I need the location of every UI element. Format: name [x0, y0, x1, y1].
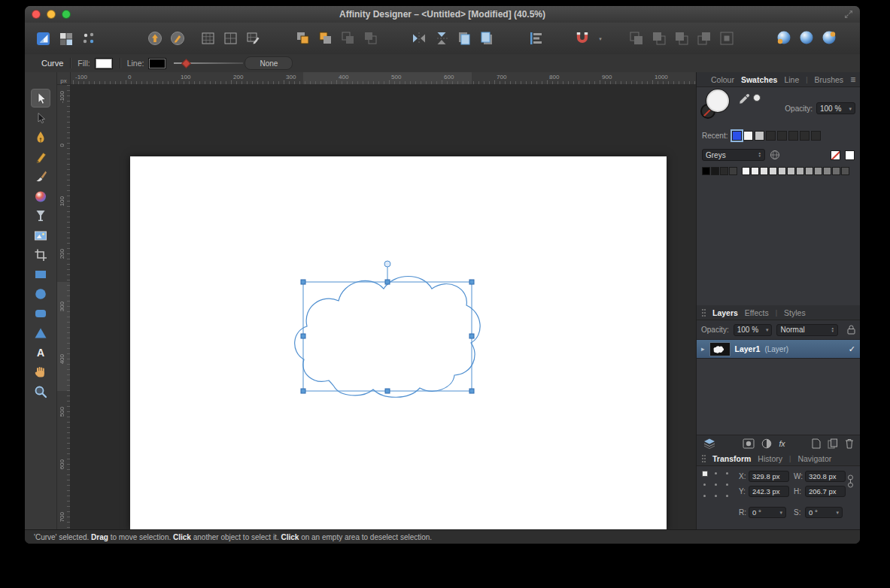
line-swatch[interactable]	[148, 58, 166, 69]
grey-swatch[interactable]	[805, 167, 813, 175]
adjustment-layer-icon[interactable]	[761, 438, 772, 449]
transparency-tool-button[interactable]	[31, 206, 50, 225]
tab-history[interactable]: History	[758, 454, 782, 463]
recent-swatch[interactable]	[732, 131, 742, 141]
insert-behind-button[interactable]	[316, 29, 336, 48]
move-to-front-button[interactable]	[627, 29, 646, 48]
selection-handles[interactable]	[301, 280, 474, 393]
flip-horizontal-button[interactable]	[409, 29, 429, 48]
layers-opacity-select[interactable]: 100 % ▾	[734, 324, 773, 336]
snapping-button[interactable]	[573, 29, 592, 48]
pencil-badge-button[interactable]	[168, 29, 187, 48]
close-window-button[interactable]	[32, 10, 41, 19]
recent-swatch[interactable]	[766, 131, 776, 141]
recent-swatch[interactable]	[777, 131, 787, 141]
recent-swatch[interactable]	[788, 131, 798, 141]
order-back-button[interactable]	[477, 29, 497, 48]
grey-swatch[interactable]	[832, 167, 840, 175]
move-tool-button[interactable]	[31, 89, 50, 108]
grey-swatch[interactable]	[796, 167, 804, 175]
grey-swatch[interactable]	[711, 167, 719, 175]
transform-x-input[interactable]: 329.8 px	[749, 471, 789, 482]
flip-vertical-button[interactable]	[432, 29, 451, 48]
pen-tool-button[interactable]	[31, 128, 50, 147]
order-front-button[interactable]	[454, 29, 474, 48]
insert-on-top-button[interactable]	[361, 29, 381, 48]
layers-stack-icon[interactable]	[703, 438, 716, 450]
rotation-handle[interactable]	[384, 261, 390, 267]
insert-inside-button[interactable]	[339, 29, 358, 48]
layer-effects-fx-icon[interactable]: fx	[779, 439, 785, 448]
tab-navigator[interactable]: Navigator	[797, 454, 831, 463]
layer-row[interactable]: ▸ Layer1 (Layer) ✓	[697, 340, 860, 359]
triangle-tool-button[interactable]	[31, 323, 50, 342]
grey-swatch[interactable]	[823, 167, 831, 175]
grid-large-button[interactable]	[221, 29, 241, 48]
vector-crop-tool-button[interactable]	[31, 245, 50, 264]
layers-list-empty-area[interactable]	[697, 359, 860, 435]
vector-persona-button[interactable]	[34, 29, 53, 48]
place-image-tool-button[interactable]	[31, 226, 50, 244]
move-to-back-button[interactable]	[694, 29, 714, 48]
panel-grip-icon[interactable]	[702, 455, 703, 456]
opacity-select[interactable]: 100 % ▾	[816, 102, 855, 114]
tab-colour[interactable]: Colour	[711, 75, 734, 84]
move-forward-button[interactable]	[649, 29, 669, 48]
zoom-tool-button[interactable]	[31, 382, 50, 401]
grey-swatch[interactable]	[841, 167, 849, 175]
fill-tool-button[interactable]	[31, 186, 50, 205]
layer-visibility-checkbox[interactable]: ✓	[849, 344, 855, 354]
tab-transform[interactable]: Transform	[712, 454, 751, 463]
alignment-button[interactable]	[527, 29, 546, 48]
white-swatch[interactable]	[845, 150, 855, 160]
tab-swatches[interactable]: Swatches	[741, 75, 777, 84]
cloud-body[interactable]	[295, 277, 480, 398]
grey-swatch[interactable]	[778, 167, 786, 175]
layer-name[interactable]: Layer1	[735, 344, 761, 353]
anchor-selected-square[interactable]	[702, 471, 708, 477]
geometry-subtract-button[interactable]	[797, 29, 816, 48]
minimize-window-button[interactable]	[47, 10, 56, 19]
view-tool-button[interactable]	[31, 362, 50, 381]
move-inside-button[interactable]	[717, 29, 737, 48]
rounded-rectangle-tool-button[interactable]	[31, 304, 50, 323]
fill-colour-well[interactable]	[706, 89, 729, 112]
disclosure-icon[interactable]: ▸	[701, 345, 705, 353]
fill-swatch[interactable]	[95, 58, 113, 69]
recent-swatch[interactable]	[800, 131, 810, 141]
grey-swatch[interactable]	[729, 167, 737, 175]
move-backward-button[interactable]	[672, 29, 691, 48]
panel-grip-icon[interactable]	[702, 309, 703, 311]
vector-brush-tool-button[interactable]	[31, 167, 50, 186]
mask-layer-icon[interactable]	[743, 438, 755, 449]
grey-swatch[interactable]	[720, 167, 728, 175]
grey-swatch[interactable]	[769, 167, 777, 175]
artistic-text-tool-button[interactable]: A	[31, 343, 50, 362]
tab-styles[interactable]: Styles	[784, 308, 806, 317]
canvas[interactable]	[71, 85, 696, 529]
no-fill-swatch[interactable]	[831, 150, 840, 160]
link-dimensions-chain-icon[interactable]	[847, 473, 854, 491]
grey-swatch[interactable]	[787, 167, 795, 175]
tab-layers[interactable]: Layers	[712, 308, 738, 317]
geometry-divide-button[interactable]	[819, 29, 839, 48]
tab-brushes[interactable]: Brushes	[815, 75, 844, 84]
grey-swatch[interactable]	[760, 167, 768, 175]
stroke-style-select[interactable]: None	[245, 56, 293, 70]
transform-s-select[interactable]: 0 °▾	[805, 507, 843, 518]
ellipse-tool-button[interactable]	[31, 284, 50, 303]
geometry-add-button[interactable]	[774, 29, 794, 48]
grid-edit-button[interactable]	[244, 29, 263, 48]
pencil-tool-button[interactable]	[31, 147, 50, 166]
arrow-badge-button[interactable]	[145, 29, 165, 48]
tab-effects[interactable]: Effects	[745, 308, 769, 317]
pixel-persona-button[interactable]	[56, 29, 76, 48]
snapping-options-button[interactable]: ▾	[595, 29, 606, 48]
grey-swatch[interactable]	[751, 167, 759, 175]
rectangle-tool-button[interactable]	[31, 265, 50, 283]
transform-y-input[interactable]: 242.3 px	[749, 486, 789, 497]
duplicate-layer-icon[interactable]	[828, 438, 838, 449]
node-tool-button[interactable]	[31, 108, 50, 127]
new-layer-icon[interactable]	[812, 438, 821, 449]
palette-select[interactable]: Greys ▲▼	[702, 149, 765, 161]
